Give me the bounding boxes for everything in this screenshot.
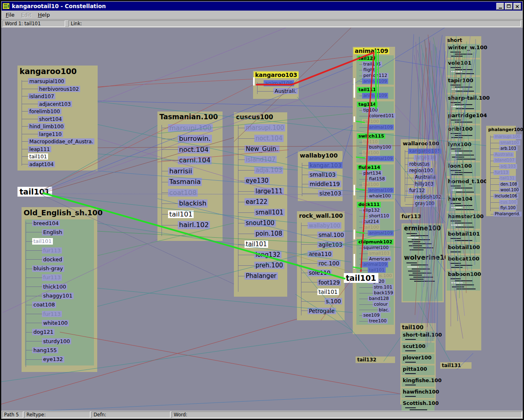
edges-over-layer [1,28,523,411]
graph-edge [256,52,374,85]
menubar: FileEditHelp [1,11,523,20]
window-buttons: × [496,3,521,10]
graph-edge [356,157,365,158]
status-reltype: Reltype: [24,411,90,418]
app-window: kangarootail10 - Constellation × FileEdi… [0,0,524,420]
graph-edge [406,34,414,197]
status-path: Path 5 [2,411,23,418]
app-icon [2,3,10,9]
status-defn: Defn: [92,411,170,418]
menu-file[interactable]: File [2,11,18,19]
graph-canvas[interactable]: kangaroo100marsupial100herbivorous102isl… [1,28,523,411]
minimize-icon [499,8,502,9]
status-word: Word: [172,411,522,418]
graph-edge [361,52,374,272]
graph-edge [420,55,465,332]
close-icon: × [515,4,520,9]
word-field[interactable]: Word 1: tail101 [2,20,65,27]
maximize-icon [507,4,511,8]
maximize-button[interactable] [505,3,513,10]
window-title: kangarootail10 - Constellation [12,3,496,9]
menu-edit: Edit [18,11,35,19]
graph-edge [356,121,365,122]
link-field[interactable]: Link: [68,20,521,27]
toolbar: Word 1: tail101 Link: [1,20,523,28]
minimize-button[interactable] [496,3,504,10]
status-bar: Path 5 Reltype: Defn: Word: [1,411,523,419]
graph-edge [356,189,365,190]
graph-edge [408,49,469,260]
title-bar[interactable]: kangarootail10 - Constellation × [2,2,522,11]
close-button[interactable]: × [513,3,521,10]
graph-edge [475,39,476,265]
menu-help[interactable]: Help [35,11,53,19]
